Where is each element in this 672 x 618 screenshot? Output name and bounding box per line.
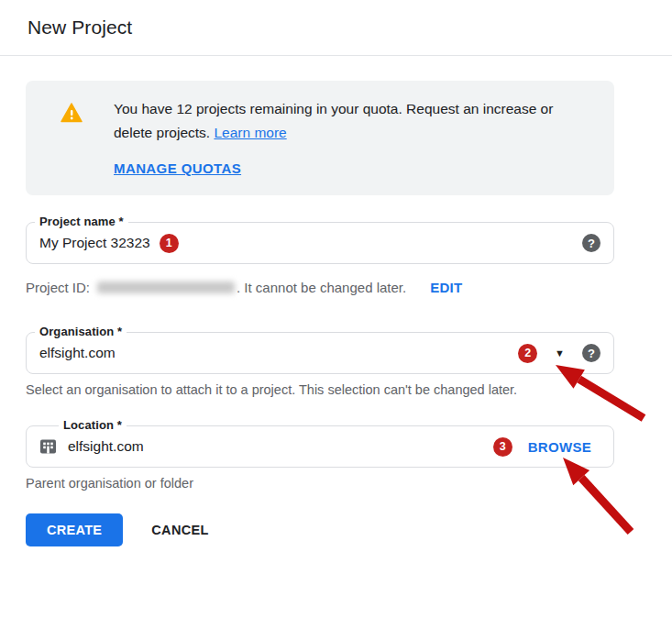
page-header: New Project [0, 0, 672, 56]
project-id-row: Project ID: . It cannot be changed later… [26, 280, 614, 295]
organisation-select-field[interactable]: Organisation * elfsight.com 2 ▼ ? [26, 332, 614, 374]
warning-icon [61, 103, 83, 127]
step-badge-1: 1 [160, 234, 179, 253]
location-field[interactable]: Location * elfsight.com 3 BROWSE [26, 425, 614, 468]
new-project-page: New Project You have 12 projects remaini… [0, 0, 672, 618]
project-name-label: Project name * [35, 215, 128, 228]
quota-text: You have 12 projects remaining in your q… [114, 101, 553, 140]
organisation-label: Organisation * [35, 325, 127, 338]
location-label: Location * [59, 418, 127, 432]
organisation-building-icon [39, 438, 57, 455]
edit-project-id-button[interactable]: EDIT [430, 280, 462, 295]
step-badge-3: 3 [493, 437, 512, 457]
manage-quotas-link[interactable]: MANAGE QUOTAS [114, 160, 241, 176]
location-value: elfsight.com [68, 438, 144, 455]
organisation-value: elfsight.com [39, 345, 116, 361]
quota-notice-body: You have 12 projects remaining in your q… [114, 97, 590, 177]
project-id-redacted-blur [97, 281, 235, 293]
project-name-value: My Project 32323 [39, 235, 150, 251]
step-badge-2: 2 [518, 344, 537, 363]
quota-notice-text: You have 12 projects remaining in your q… [114, 97, 590, 145]
action-buttons: CREATE CANCEL [26, 513, 614, 546]
learn-more-link[interactable]: Learn more [214, 125, 286, 140]
project-id-prefix: Project ID: [26, 280, 90, 295]
page-title: New Project [28, 17, 132, 39]
quota-notice: You have 12 projects remaining in your q… [26, 81, 614, 195]
organisation-helper-text: Select an organisation to attach it to a… [26, 382, 614, 397]
create-button[interactable]: CREATE [26, 513, 123, 546]
content-area: You have 12 projects remaining in your q… [26, 81, 614, 546]
cancel-button[interactable]: CANCEL [151, 523, 208, 537]
location-helper-text: Parent organisation or folder [26, 476, 614, 491]
project-name-field[interactable]: Project name * My Project 32323 1 ? [26, 222, 614, 264]
browse-button[interactable]: BROWSE [528, 439, 591, 455]
help-icon[interactable]: ? [582, 234, 600, 252]
chevron-down-icon[interactable]: ▼ [555, 348, 565, 359]
help-icon[interactable]: ? [582, 344, 600, 362]
project-id-suffix: . It cannot be changed later. [237, 280, 406, 295]
